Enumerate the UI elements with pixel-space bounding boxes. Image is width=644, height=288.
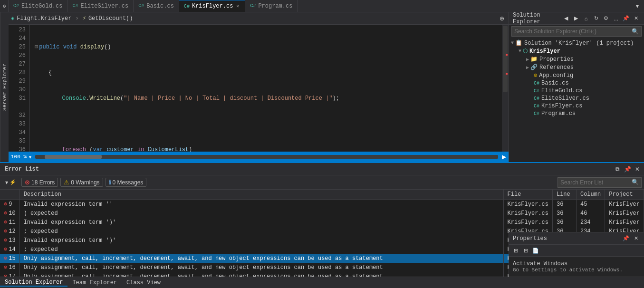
- activate-title: Activate Windows: [513, 260, 640, 267]
- error-desc: ) expected: [19, 209, 503, 218]
- se-close-btn[interactable]: ✕: [632, 14, 640, 23]
- editor-breadcrumb-bar: ◈ Flight.KrisFlyer › ⚡ GetDiscount() ⊕: [9, 12, 509, 25]
- references-icon: 🔗: [530, 64, 538, 71]
- properties-folder-icon: 📁: [530, 56, 538, 63]
- prop-page-btn[interactable]: 📄: [531, 246, 540, 255]
- error-list-tab-label[interactable]: Error List: [2, 166, 41, 173]
- tree-item-references[interactable]: ▶ 🔗 References: [509, 63, 644, 71]
- error-search-bar[interactable]: 🔍: [557, 177, 642, 188]
- activate-windows-section: Activate Windows Go to Settings to activ…: [509, 257, 644, 277]
- dropdown-btn[interactable]: ▾: [633, 2, 642, 10]
- error-desc: ; expected: [19, 227, 503, 236]
- code-content[interactable]: ⊟public void display() { Console.WriteLi…: [30, 25, 502, 152]
- error-desc: ; expected: [19, 245, 503, 254]
- se-search-bar[interactable]: 🔍: [511, 26, 642, 37]
- breadcrumb-class[interactable]: Flight.KrisFlyer: [17, 15, 71, 22]
- se-forward-btn[interactable]: ▶: [572, 14, 580, 23]
- editor-expand-btn[interactable]: ⊕: [498, 14, 506, 23]
- editor-scrollbar[interactable]: [502, 25, 509, 152]
- error-project: KrisFlyer: [605, 200, 644, 209]
- horizontal-scrollbar[interactable]: [35, 155, 498, 159]
- tree-arrow-krisflyer[interactable]: ▼: [519, 48, 521, 54]
- prop-close-btn[interactable]: ✕: [632, 234, 640, 243]
- cs-file-icon-2: C#: [72, 3, 78, 9]
- tree-item-program[interactable]: C# Program.cs: [509, 110, 644, 117]
- tab-elitegold[interactable]: C# EliteGold.cs: [9, 0, 67, 12]
- error-file: KrisFlyer.cs: [503, 200, 552, 209]
- tab-close-button[interactable]: ✕: [235, 3, 240, 10]
- tree-item-appconfig[interactable]: ⚙ App.config: [509, 71, 644, 79]
- error-table-row[interactable]: ⊗11 Invalid expression term ')' KrisFlye…: [0, 218, 644, 227]
- bottom-panel-close-btn[interactable]: ✕: [633, 165, 642, 173]
- tab-elitesilver[interactable]: C# EliteSilver.cs: [67, 0, 134, 12]
- col-header-proj[interactable]: Project: [605, 190, 644, 200]
- messages-count-label: 0 Messages: [113, 179, 144, 186]
- tree-label-krisflyer: KrisFlyer: [529, 48, 560, 55]
- se-tab-solution-explorer[interactable]: Solution Explorer: [0, 279, 67, 287]
- tree-arrow-props[interactable]: ▶: [526, 57, 529, 62]
- se-tab-class-view[interactable]: Class View: [122, 279, 165, 286]
- filter-button[interactable]: ▾ ⚡: [2, 178, 19, 187]
- tree-item-krisflyer-proj[interactable]: ▼ ⬡ KrisFlyer: [509, 47, 644, 55]
- error-icon: ⊗: [4, 219, 7, 226]
- tree-label-references: References: [539, 64, 574, 71]
- prop-sort-btn[interactable]: ⊟: [521, 246, 530, 255]
- error-table-row[interactable]: ⊗10 ) expected KrisFlyer.cs 36 46 KrisFl…: [0, 209, 644, 218]
- error-num: ⊗16: [0, 263, 19, 272]
- server-explorer-toggle[interactable]: ⚙: [0, 0, 9, 12]
- error-file: KrisFlyer.cs: [503, 218, 552, 227]
- tree-label-properties: Properties: [539, 56, 574, 63]
- se-sync-btn[interactable]: ↻: [592, 14, 600, 23]
- error-table-row[interactable]: ⊗9 Invalid expression term '' KrisFlyer.…: [0, 200, 644, 209]
- error-num: ⊗15: [0, 254, 19, 263]
- bottom-panel-float-btn[interactable]: ⧉: [613, 165, 622, 173]
- tree-item-elitesilver[interactable]: C# EliteSilver.cs: [509, 95, 644, 102]
- cs-file-icon: C#: [13, 3, 19, 9]
- prop-pin-btn[interactable]: 📌: [622, 234, 630, 243]
- tree-label-elitegold: EliteGold.cs: [541, 87, 582, 94]
- tree-arrow-solution[interactable]: ▼: [511, 40, 514, 46]
- se-more-btn[interactable]: …: [612, 14, 620, 23]
- tabs-bar: ⚙ C# EliteGold.cs C# EliteSilver.cs C# B…: [0, 0, 644, 12]
- tree-item-elitegold[interactable]: C# EliteGold.cs: [509, 87, 644, 95]
- tab-basic[interactable]: C# Basic.cs: [134, 0, 179, 12]
- col-header-desc[interactable]: Description: [19, 190, 503, 200]
- messages-badge[interactable]: ℹ 0 Messages: [106, 178, 147, 187]
- se-tab-team-explorer[interactable]: Team Explorer: [67, 279, 122, 286]
- error-search-input[interactable]: [560, 179, 632, 186]
- bottom-panel-pin-btn[interactable]: 📌: [623, 165, 632, 173]
- se-search-input[interactable]: [514, 28, 632, 35]
- zoom-dropdown[interactable]: ▾: [29, 154, 31, 160]
- tree-item-properties[interactable]: ▶ 📁 Properties: [509, 55, 644, 63]
- message-icon: ℹ: [109, 179, 111, 186]
- tree-label-program: Program.cs: [541, 110, 576, 117]
- prop-category-btn[interactable]: ⊞: [511, 246, 520, 255]
- col-header-file[interactable]: File: [503, 190, 552, 200]
- error-num: ⊗13: [0, 236, 19, 245]
- tree-arrow-refs[interactable]: ▶: [526, 65, 529, 70]
- tab-krisflyer[interactable]: C# KrisFlyer.cs ✕: [179, 0, 245, 12]
- se-header: Solution Explorer ◀ ▶ ⌂ ↻ ⚙ … 📌 ✕: [509, 12, 644, 25]
- se-search-icon: 🔍: [632, 28, 639, 35]
- error-desc: Invalid expression term '': [19, 200, 503, 209]
- error-num: ⊗11: [0, 218, 19, 227]
- tree-item-solution[interactable]: ▼ 📋 Solution 'KrisFlyer' (1 project): [509, 39, 644, 47]
- se-pin-btn[interactable]: 📌: [622, 14, 630, 23]
- se-home-btn[interactable]: ⌂: [582, 14, 590, 23]
- tab-program[interactable]: C# Program.cs: [245, 0, 298, 12]
- tree-item-basic[interactable]: C# Basic.cs: [509, 79, 644, 87]
- tree-item-krisflyer-cs[interactable]: C# KrisFlyer.cs: [509, 102, 644, 110]
- se-back-btn[interactable]: ◀: [562, 14, 570, 23]
- se-settings-btn[interactable]: ⚙: [602, 14, 610, 23]
- scroll-right-btn[interactable]: ▶: [502, 154, 506, 160]
- tab-label: EliteGold.cs: [21, 3, 62, 10]
- errors-badge[interactable]: ⊗ 18 Errors: [21, 178, 58, 187]
- col-header-line[interactable]: Line: [552, 190, 576, 200]
- error-desc: Only assignment, call, increment, decrem…: [19, 272, 503, 277]
- col-header-col[interactable]: Column: [576, 190, 605, 200]
- cs-basic-icon: C#: [534, 81, 539, 86]
- warnings-badge[interactable]: ⚠ 0 Warnings: [60, 178, 103, 187]
- breadcrumb-method[interactable]: GetDiscount(): [88, 15, 133, 22]
- error-desc: Invalid expression term ')': [19, 218, 503, 227]
- tree-label-appconfig: App.config: [539, 72, 573, 79]
